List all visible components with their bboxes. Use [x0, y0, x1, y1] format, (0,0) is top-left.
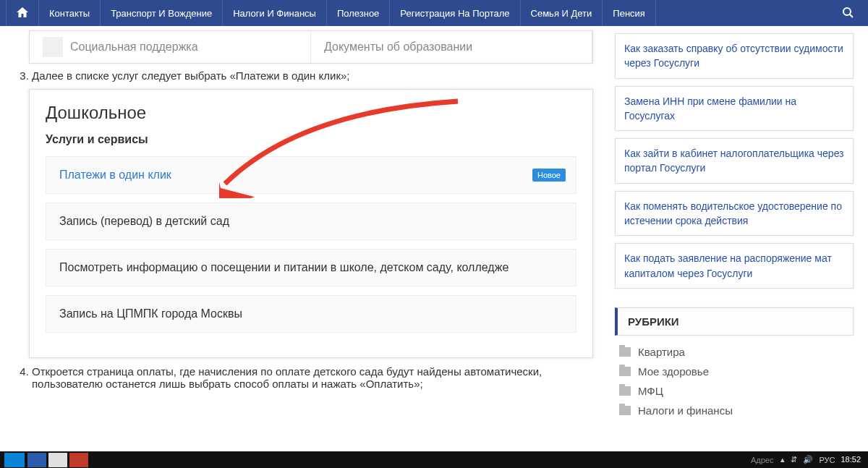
tray-chevron-icon: ▴: [780, 455, 785, 464]
sidebar-link[interactable]: Как заказать справку об отсутствии судим…: [615, 33, 854, 79]
nav-item-useful[interactable]: Полезное: [327, 0, 390, 26]
nav-item-contacts[interactable]: Контакты: [39, 0, 101, 26]
sidebar-link-text: Замена ИНН при смене фамилии на Госуслуг…: [624, 95, 796, 122]
new-badge: Новое: [532, 169, 566, 182]
address-label: Адрес: [751, 456, 774, 464]
rubric-label: МФЦ: [638, 385, 663, 397]
tray-lang-indicator[interactable]: РУС: [819, 456, 835, 464]
category-tab[interactable]: Документы об образовании: [311, 31, 592, 63]
sidebar: Как заказать справку об отсутствии судим…: [615, 26, 854, 451]
rubric-label: Квартира: [638, 346, 685, 358]
rubric-item[interactable]: Квартира: [619, 346, 854, 358]
services-card: Дошкольное Услуги и сервисы Платежи в од…: [29, 89, 593, 358]
instruction-step-3: Далее в списке услуг следует выбрать «Пл…: [32, 69, 593, 82]
start-button[interactable]: [4, 453, 25, 467]
rubric-item[interactable]: МФЦ: [619, 385, 854, 397]
nav-item-transport[interactable]: Транспорт И Вождение: [101, 0, 223, 26]
nav-item-pension[interactable]: Пенсия: [603, 0, 656, 26]
nav-label: Полезное: [337, 8, 379, 19]
nav-label: Регистрация На Портале: [400, 8, 509, 19]
service-label: Посмотреть информацию о посещении и пита…: [59, 261, 509, 273]
rubric-item[interactable]: Налоги и финансы: [619, 404, 854, 417]
sidebar-link-text: Как зайти в кабинет налогоплательщика че…: [624, 148, 844, 174]
nav-home[interactable]: [6, 0, 39, 26]
sidebar-rubrics-header: РУБРИКИ: [615, 307, 854, 336]
tab-label: Социальная поддержка: [70, 41, 198, 54]
nav-item-family[interactable]: Семья И Дети: [521, 0, 603, 26]
category-tabs-fragment: Социальная поддержка Документы об образо…: [29, 30, 593, 64]
service-item-kindergarten[interactable]: Запись (перевод) в детский сад: [46, 203, 576, 240]
folder-icon: [619, 347, 631, 357]
service-item-attendance[interactable]: Посмотреть информацию о посещении и пита…: [46, 249, 576, 286]
nav-label: Пенсия: [613, 8, 645, 19]
sidebar-link[interactable]: Как подать заявление на распоряжение мат…: [615, 243, 854, 289]
search-icon: [842, 7, 854, 20]
sidebar-link[interactable]: Замена ИНН при смене фамилии на Госуслуг…: [615, 86, 854, 132]
service-label: Запись на ЦПМПК города Москвы: [59, 307, 242, 320]
instruction-list: Далее в списке услуг следует выбрать «Пл…: [14, 69, 593, 82]
main-column: Социальная поддержка Документы об образо…: [14, 26, 615, 451]
tab-thumb-icon: [43, 37, 63, 57]
nav-label: Налоги И Финансы: [233, 8, 316, 19]
sidebar-link-text: Как поменять водительское удостоверение …: [624, 200, 842, 226]
tab-label: Документы об образовании: [324, 41, 472, 54]
nav-item-register[interactable]: Регистрация На Портале: [390, 0, 520, 26]
svg-point-0: [843, 8, 851, 15]
tray-sound-icon: 🔊: [803, 455, 813, 464]
nav-label: Семья И Дети: [531, 8, 592, 19]
service-item-cpmpk[interactable]: Запись на ЦПМПК города Москвы: [46, 295, 576, 333]
home-icon: [17, 7, 28, 20]
sidebar-link-text: Как подать заявление на распоряжение мат…: [624, 252, 832, 278]
system-tray[interactable]: ▴ ⇵ 🔊 РУС: [780, 455, 835, 464]
card-subtitle: Услуги и сервисы: [46, 133, 576, 146]
windows-taskbar: Адрес ▴ ⇵ 🔊 РУС 18:52: [0, 451, 868, 468]
folder-icon: [619, 406, 631, 415]
service-label: Платежи в один клик: [59, 169, 171, 181]
nav-label: Транспорт И Вождение: [111, 8, 212, 19]
taskbar-app-icon[interactable]: [69, 453, 88, 467]
instruction-list: Откроется страница оплаты, где начислени…: [14, 365, 593, 390]
tray-network-icon: ⇵: [791, 455, 797, 464]
sidebar-link[interactable]: Как зайти в кабинет налогоплательщика че…: [615, 138, 854, 184]
nav-item-taxes[interactable]: Налоги И Финансы: [223, 0, 327, 26]
taskbar-clock[interactable]: 18:52: [841, 456, 864, 464]
rubric-label: Налоги и финансы: [638, 404, 733, 417]
rubric-item[interactable]: Мое здоровье: [619, 365, 854, 378]
nav-label: Контакты: [49, 8, 90, 19]
clock-time: 18:52: [841, 456, 861, 464]
service-item-one-click[interactable]: Платежи в один клик Новое: [46, 156, 576, 194]
page-body: Социальная поддержка Документы об образо…: [0, 26, 868, 451]
sidebar-link[interactable]: Как поменять водительское удостоверение …: [615, 191, 854, 237]
folder-icon: [619, 367, 631, 376]
folder-icon: [619, 386, 631, 396]
svg-line-1: [850, 14, 853, 17]
sidebar-link-text: Как заказать справку об отсутствии судим…: [624, 43, 843, 69]
card-title: Дошкольное: [46, 103, 576, 123]
taskbar-app-icon[interactable]: [48, 453, 67, 467]
category-tab[interactable]: Социальная поддержка: [30, 31, 311, 63]
rubric-label: Мое здоровье: [638, 365, 709, 378]
instruction-step-4: Откроется страница оплаты, где начислени…: [32, 365, 593, 390]
taskbar-app-icon[interactable]: [27, 453, 46, 467]
top-nav: Контакты Транспорт И Вождение Налоги И Ф…: [0, 0, 868, 26]
service-label: Запись (перевод) в детский сад: [59, 215, 229, 227]
nav-search-button[interactable]: [833, 0, 862, 26]
